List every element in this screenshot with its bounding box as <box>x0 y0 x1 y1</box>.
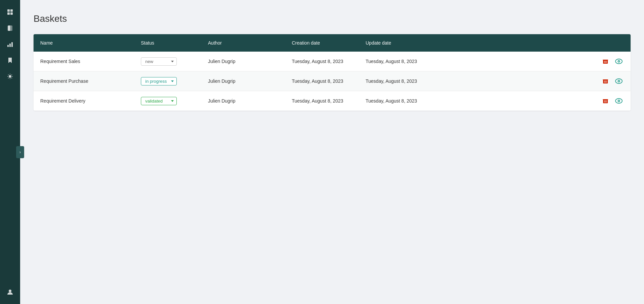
baskets-table: Name Status Author Creation date Update … <box>34 34 631 111</box>
delete-button[interactable] <box>601 97 610 105</box>
table-header-row: Name Status Author Creation date Update … <box>34 34 631 52</box>
view-button[interactable] <box>614 77 624 85</box>
view-button[interactable] <box>614 57 624 65</box>
col-header-status: Status <box>134 34 201 52</box>
col-header-author: Author <box>201 34 285 52</box>
star-icon[interactable] <box>3 70 17 83</box>
status-select[interactable]: newin progressvalidated <box>141 57 177 66</box>
table-row: Requirement Purchasenewin progressvalida… <box>34 71 631 91</box>
cell-name: Requirement Delivery <box>34 91 134 111</box>
cell-update-date: Tuesday, August 8, 2023 <box>359 91 433 111</box>
svg-rect-7 <box>11 42 13 47</box>
table-row: Requirement Salesnewin progressvalidated… <box>34 52 631 71</box>
trash-icon <box>602 98 608 104</box>
cell-creation-date: Tuesday, August 8, 2023 <box>285 91 359 111</box>
col-header-creation-date: Creation date <box>285 34 359 52</box>
sidebar-toggle[interactable]: › <box>16 146 24 158</box>
delete-button[interactable] <box>601 57 610 66</box>
svg-point-9 <box>9 290 11 292</box>
svg-rect-1 <box>10 9 13 12</box>
main-content: Baskets Name Status Author Creation date… <box>20 0 644 304</box>
trash-icon <box>602 58 608 64</box>
svg-rect-21 <box>603 79 608 80</box>
cell-status: newin progressvalidated <box>134 71 201 91</box>
svg-rect-2 <box>7 12 10 15</box>
status-select[interactable]: newin progressvalidated <box>141 77 177 85</box>
svg-rect-5 <box>7 45 9 47</box>
cell-author: Julien Dugrip <box>201 52 285 71</box>
chart-icon[interactable] <box>3 38 17 51</box>
delete-button[interactable] <box>601 77 610 85</box>
svg-rect-0 <box>7 9 10 12</box>
cell-actions <box>433 52 631 71</box>
cell-actions <box>433 91 631 111</box>
svg-rect-6 <box>9 44 11 47</box>
svg-point-27 <box>619 81 620 82</box>
cell-name: Requirement Purchase <box>34 71 134 91</box>
cell-status: newin progressvalidated <box>134 52 201 71</box>
user-icon[interactable] <box>3 285 17 299</box>
svg-point-8 <box>9 75 11 78</box>
eye-icon <box>615 78 623 84</box>
col-header-actions <box>433 34 631 52</box>
svg-rect-3 <box>10 12 13 15</box>
cell-name: Requirement Sales <box>34 52 134 71</box>
table-body: Requirement Salesnewin progressvalidated… <box>34 52 631 111</box>
cell-creation-date: Tuesday, August 8, 2023 <box>285 71 359 91</box>
svg-point-18 <box>619 61 620 62</box>
col-header-name: Name <box>34 34 134 52</box>
eye-icon <box>615 98 623 104</box>
bookmark-icon[interactable] <box>3 54 17 67</box>
svg-rect-12 <box>603 60 608 60</box>
cell-status: newin progressvalidated <box>134 91 201 111</box>
baskets-table-container: Name Status Author Creation date Update … <box>34 34 631 111</box>
table-row: Requirement Deliverynewin progressvalida… <box>34 91 631 111</box>
cell-actions <box>433 71 631 91</box>
svg-rect-30 <box>603 99 608 100</box>
page-title: Baskets <box>34 13 631 24</box>
cell-creation-date: Tuesday, August 8, 2023 <box>285 52 359 71</box>
eye-icon <box>615 59 623 64</box>
cell-update-date: Tuesday, August 8, 2023 <box>359 71 433 91</box>
cell-update-date: Tuesday, August 8, 2023 <box>359 52 433 71</box>
grid-icon[interactable] <box>3 5 17 19</box>
status-select[interactable]: newin progressvalidated <box>141 97 177 105</box>
svg-point-36 <box>619 101 620 102</box>
cell-author: Julien Dugrip <box>201 91 285 111</box>
trash-icon <box>602 78 608 84</box>
col-header-update-date: Update date <box>359 34 433 52</box>
book-icon[interactable] <box>3 21 17 35</box>
cell-author: Julien Dugrip <box>201 71 285 91</box>
view-button[interactable] <box>614 97 624 105</box>
sidebar: › <box>0 0 20 304</box>
